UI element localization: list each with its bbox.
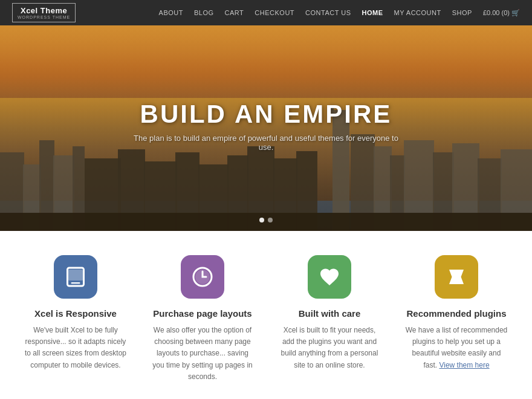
nav-item-cart[interactable]: CART	[225, 9, 244, 16]
features-section: Xcel is ResponsiveWe've built Xcel to be…	[0, 231, 532, 399]
hero-title: BUILD AN EMPIRE	[133, 100, 399, 129]
feature-layouts: Purchase page layoutsWe also offer you t…	[139, 255, 266, 383]
feature-title-layouts: Purchase page layouts	[153, 308, 251, 319]
feature-care: Built with careXcel is built to fit your…	[266, 255, 393, 383]
feature-icon-layouts	[181, 255, 224, 299]
svg-marker-33	[449, 270, 464, 284]
svg-rect-30	[68, 270, 83, 281]
hero-subtitle: The plan is to build an empire of powerf…	[133, 134, 399, 152]
feature-icon-plugins	[435, 255, 478, 299]
site-header: Xcel Theme WordPress Theme ABOUTBLOGCART…	[0, 0, 532, 25]
nav-item-my-account[interactable]: MY ACCOUNT	[394, 9, 441, 16]
nav-item-checkout[interactable]: CHECKOUT	[255, 9, 294, 16]
nav-item-blog[interactable]: BLOG	[194, 9, 214, 16]
cart-info[interactable]: £0.00 (0) 🛒	[483, 9, 520, 17]
nav-item-about[interactable]: ABOUT	[159, 9, 183, 16]
feature-desc-care: Xcel is built to fit your needs, add the…	[278, 325, 381, 371]
feature-title-plugins: Recommended plugins	[406, 308, 506, 319]
site-logo[interactable]: Xcel Theme WordPress Theme	[12, 3, 76, 22]
feature-link-plugins[interactable]: View them here	[439, 361, 489, 369]
hero-dot-2[interactable]	[268, 218, 273, 222]
hero-dot-1[interactable]	[259, 218, 264, 222]
nav-item-shop[interactable]: SHOP	[452, 9, 472, 16]
feature-icon-care	[308, 255, 351, 299]
feature-plugins: Recommended pluginsWe have a list of rec…	[393, 255, 520, 383]
main-nav: ABOUTBLOGCARTCHECKOUTCONTACT USHOMEMY AC…	[159, 9, 520, 17]
feature-responsive: Xcel is ResponsiveWe've built Xcel to be…	[12, 255, 139, 383]
logo-subtitle: WordPress Theme	[18, 15, 70, 19]
feature-title-responsive: Xcel is Responsive	[34, 308, 117, 319]
svg-rect-29	[71, 282, 80, 284]
hero-dots	[259, 218, 273, 222]
feature-desc-responsive: We've built Xcel to be fully responsive.…	[24, 325, 127, 371]
feature-title-care: Built with care	[299, 308, 361, 319]
hero-section: BUILD AN EMPIRE The plan is to build an …	[0, 25, 532, 231]
feature-icon-responsive	[54, 255, 97, 299]
logo-title: Xcel Theme	[21, 6, 67, 15]
feature-desc-plugins: We have a list of recommended plugins to…	[405, 325, 508, 371]
nav-item-contact-us[interactable]: CONTACT US	[305, 9, 351, 16]
nav-item-home[interactable]: HOME	[362, 9, 383, 16]
hero-text-block: BUILD AN EMPIRE The plan is to build an …	[133, 100, 399, 152]
feature-desc-layouts: We also offer you the option of choosing…	[151, 325, 254, 383]
